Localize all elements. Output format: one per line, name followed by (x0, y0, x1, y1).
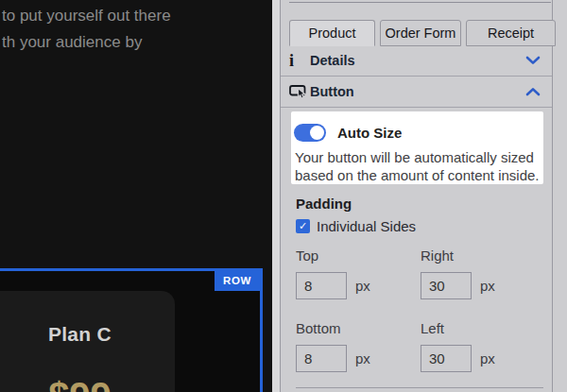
unit-label: px (480, 278, 495, 294)
section-button[interactable]: Button (281, 77, 552, 108)
auto-size-label: Auto Size (337, 125, 402, 141)
canvas-text-line: th your audience by (2, 33, 142, 52)
editor-canvas[interactable]: to put yourself out there th your audien… (0, 0, 272, 392)
padding-fields: Top px Right px Bottom px Left px (296, 247, 547, 372)
padding-top-label: Top (296, 247, 421, 264)
section-divider (296, 387, 543, 388)
panel-top-divider (289, 2, 551, 3)
checkbox-checked-icon[interactable]: ✓ (296, 219, 310, 233)
plan-card-price: $99 (0, 375, 175, 392)
padding-field-right: Right px (421, 247, 547, 299)
row-selection-badge: ROW (215, 271, 260, 291)
individual-sides-option[interactable]: ✓ Individual Sides (296, 218, 416, 234)
padding-right-input[interactable] (421, 272, 472, 299)
chevron-down-icon[interactable] (525, 56, 541, 65)
auto-size-description: Your button will be automatically sized … (291, 142, 543, 184)
padding-field-left: Left px (421, 320, 547, 372)
padding-bottom-input[interactable] (296, 345, 347, 372)
padding-field-bottom: Bottom px (296, 320, 421, 372)
canvas-gutter (272, 0, 280, 392)
tab-product[interactable]: Product (289, 20, 375, 46)
selected-row[interactable]: ROW Plan C $99 (0, 268, 263, 392)
padding-field-top: Top px (296, 247, 421, 299)
padding-heading: Padding (296, 196, 352, 212)
tab-order-form[interactable]: Order Form (380, 20, 461, 46)
padding-left-input[interactable] (421, 345, 472, 372)
auto-size-toggle[interactable] (294, 124, 326, 142)
settings-tab-bar: Product Order Form Receipt (289, 20, 556, 46)
info-icon: i (289, 52, 310, 69)
section-details[interactable]: i Details (281, 45, 552, 77)
padding-right-label: Right (421, 247, 547, 264)
auto-size-spotlight: Auto Size Your button will be automatica… (291, 111, 543, 184)
chevron-up-icon[interactable] (525, 87, 541, 96)
canvas-text-line: to put yourself out there (2, 7, 171, 26)
padding-left-label: Left (421, 320, 547, 336)
padding-top-input[interactable] (296, 272, 347, 299)
section-details-label: Details (310, 53, 355, 68)
individual-sides-label: Individual Sides (317, 218, 416, 234)
unit-label: px (355, 278, 370, 294)
plan-card[interactable]: Plan C $99 (0, 291, 175, 392)
padding-bottom-label: Bottom (296, 320, 421, 336)
section-button-label: Button (310, 84, 354, 99)
panel-right-border (552, 0, 553, 392)
unit-label: px (480, 350, 495, 366)
toggle-knob (310, 126, 324, 140)
unit-label: px (355, 350, 370, 366)
plan-card-title: Plan C (0, 323, 175, 346)
tab-receipt[interactable]: Receipt (466, 20, 556, 46)
button-icon (289, 84, 310, 99)
